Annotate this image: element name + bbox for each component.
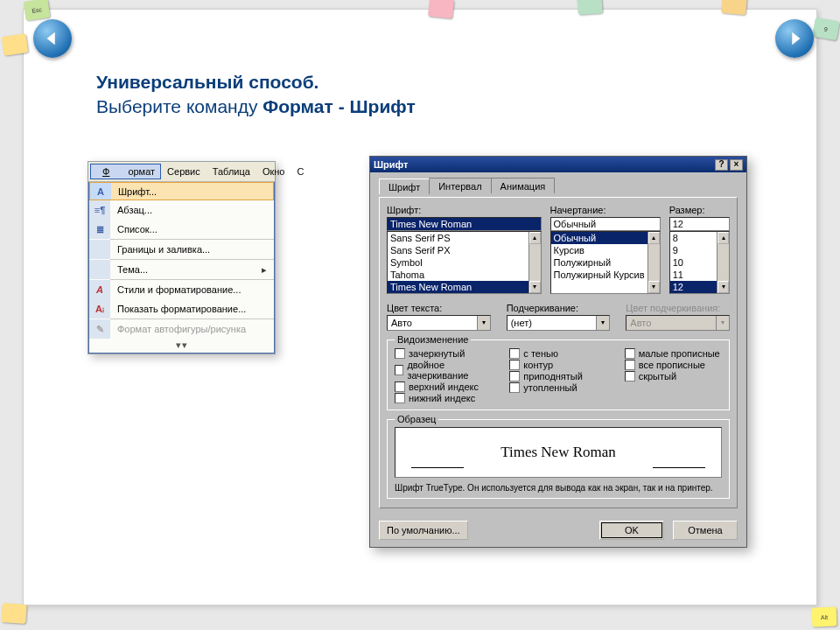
effect-label: с тенью — [523, 348, 558, 359]
title-line2b: Формат - Шрифт — [262, 96, 415, 116]
textcolor-combo[interactable]: Авто▾ — [387, 315, 491, 331]
key-chip — [721, 0, 747, 15]
scrollbar[interactable]: ▴▾ — [717, 232, 729, 293]
menu-expand[interactable]: ▾▾ — [89, 339, 274, 353]
menu-item-paragraph[interactable]: ≡¶ Абзац... — [89, 200, 274, 220]
key-esc: Esc — [24, 0, 51, 21]
scroll-up-icon[interactable]: ▴ — [529, 232, 541, 244]
list-item[interactable]: Sans Serif PX — [388, 244, 541, 256]
scrollbar[interactable]: ▴▾ — [528, 232, 541, 293]
checkbox[interactable] — [625, 348, 635, 359]
title-line2a: Выберите команду — [96, 96, 262, 116]
font-list[interactable]: Sans Serif PS Sans Serif PX Symbol Tahom… — [387, 231, 542, 294]
menu-item-theme[interactable]: Тема... ▸ — [89, 260, 274, 279]
scroll-up-icon[interactable]: ▴ — [718, 232, 729, 244]
style-list[interactable]: Обычный Курсив Полужирный Полужирный Кур… — [550, 231, 661, 294]
scroll-down-icon[interactable]: ▾ — [718, 281, 729, 293]
menu-item-list[interactable]: ≣ Список... — [89, 220, 274, 239]
list-item[interactable]: Sans Serif PS — [388, 232, 541, 244]
dialog-tabs: Шрифт Интервал Анимация — [379, 178, 738, 193]
menu-table[interactable]: Таблица — [206, 164, 256, 179]
label-ulcolor: Цвет подчеркивания: — [626, 303, 730, 313]
scroll-down-icon[interactable]: ▾ — [648, 281, 660, 293]
list-icon: ≣ — [89, 220, 110, 239]
menu-format[interactable]: Формат — [90, 164, 161, 179]
menu-item-reveal[interactable]: Aᵢ Показать форматирование... — [89, 299, 274, 318]
title-line1: Универсальный способ. — [96, 70, 416, 94]
tab-spacing[interactable]: Интервал — [429, 178, 491, 193]
chevron-down-icon[interactable]: ▾ — [596, 316, 609, 330]
checkbox[interactable] — [509, 382, 520, 393]
checkbox[interactable] — [395, 365, 403, 375]
menu-item-font[interactable]: A Шрифт... — [89, 182, 274, 200]
scrollbar[interactable]: ▴▾ — [648, 232, 660, 293]
list-item[interactable]: Times New Roman — [388, 281, 541, 293]
effects-legend: Видоизменение — [395, 334, 471, 345]
sample-group: Образец Times New Roman Шрифт TrueType. … — [387, 419, 730, 499]
tab-font[interactable]: Шрифт — [379, 178, 430, 194]
key-alt: Alt — [812, 607, 837, 627]
checkbox[interactable] — [625, 371, 635, 382]
menu-item-borders[interactable]: Границы и заливка... — [89, 240, 274, 259]
hint-text: Шрифт TrueType. Он используется для выво… — [395, 483, 722, 493]
checkbox[interactable] — [509, 371, 520, 382]
list-item[interactable]: Курсив — [551, 244, 660, 256]
key-chip — [2, 33, 29, 56]
list-item[interactable]: Обычный — [551, 232, 660, 244]
size-list[interactable]: 8 9 10 11 12 ▴▾ — [669, 231, 730, 294]
menu-more[interactable]: С — [290, 164, 310, 179]
label-font: Шрифт: — [387, 205, 542, 215]
scroll-down-icon[interactable]: ▾ — [529, 281, 541, 293]
arrow-right-icon — [785, 29, 804, 48]
list-item[interactable]: Symbol — [388, 256, 541, 269]
ok-button[interactable]: OK — [599, 521, 664, 540]
effect-label: контур — [523, 360, 553, 370]
font-dialog: Шрифт ? × Шрифт Интервал Анимация Шрифт:… — [369, 156, 747, 548]
list-item[interactable]: Полужирный Курсив — [551, 269, 660, 281]
effect-label: верхний индекс — [409, 382, 479, 392]
next-button[interactable] — [775, 19, 814, 58]
close-button[interactable]: × — [730, 159, 743, 171]
underline-combo[interactable]: (нет)▾ — [507, 315, 611, 331]
dialog-titlebar: Шрифт ? × — [370, 157, 746, 172]
checkbox[interactable] — [395, 393, 405, 403]
menu-service[interactable]: Сервис — [161, 164, 206, 179]
arrow-left-icon — [43, 29, 62, 48]
cancel-button[interactable]: Отмена — [673, 521, 738, 540]
dialog-title: Шрифт — [374, 159, 408, 170]
effect-label: скрытый — [639, 371, 676, 382]
help-button[interactable]: ? — [715, 159, 728, 171]
prev-button[interactable] — [33, 19, 72, 58]
theme-icon — [89, 260, 110, 279]
styles-icon: A — [89, 280, 110, 299]
effect-label: зачеркнутый — [409, 348, 465, 359]
default-button[interactable]: По умолчанию... — [379, 521, 468, 540]
chevron-down-icon[interactable]: ▾ — [477, 316, 490, 330]
size-input[interactable]: 12 — [669, 217, 730, 231]
effect-label: все прописные — [639, 360, 705, 370]
chevron-right-icon: ▸ — [262, 264, 267, 276]
checkbox[interactable] — [395, 348, 405, 359]
page-number-chip: 9 — [812, 18, 839, 41]
list-item[interactable]: Tahoma — [388, 269, 541, 281]
borders-icon — [89, 240, 110, 259]
checkbox[interactable] — [509, 360, 520, 370]
checkbox[interactable] — [509, 348, 520, 359]
checkbox[interactable] — [625, 360, 635, 370]
scroll-up-icon[interactable]: ▴ — [648, 232, 660, 244]
key-chip — [428, 0, 454, 18]
chevron-down-icon: ▾ — [716, 316, 729, 330]
ulcolor-combo: Авто▾ — [626, 315, 730, 331]
format-dropdown: A Шрифт... ≡¶ Абзац... ≣ Список... Грани… — [88, 182, 275, 354]
menu-item-styles[interactable]: A Стили и форматирование... — [89, 280, 274, 299]
menu-window[interactable]: Окно — [256, 164, 291, 179]
list-item[interactable]: Полужирный — [551, 256, 660, 269]
style-input[interactable]: Обычный — [550, 217, 661, 231]
key-chip — [1, 603, 26, 624]
label-size: Размер: — [669, 205, 730, 215]
checkbox[interactable] — [395, 382, 405, 392]
sample-legend: Образец — [395, 414, 438, 424]
effect-label: утопленный — [523, 382, 577, 393]
font-input[interactable]: Times New Roman — [387, 217, 542, 231]
tab-animation[interactable]: Анимация — [491, 178, 556, 193]
